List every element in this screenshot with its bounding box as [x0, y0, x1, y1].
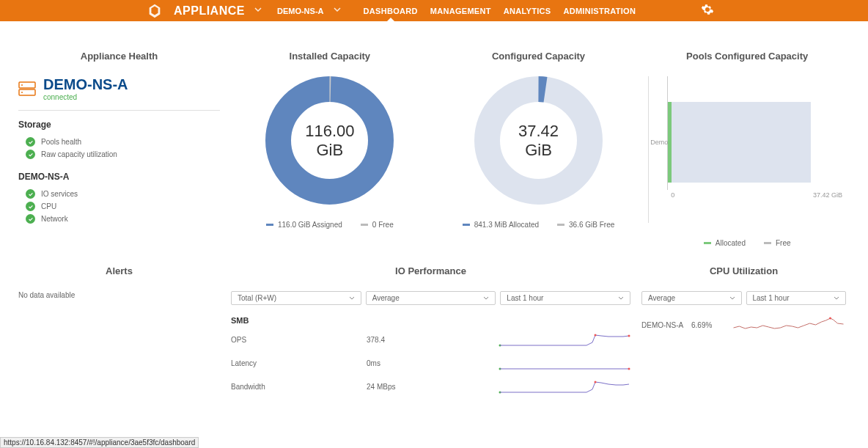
- pools-x-min: 0: [671, 191, 674, 199]
- appliance-health-title: Appliance Health: [18, 51, 220, 62]
- svg-point-9: [628, 335, 630, 337]
- check-icon: [26, 150, 35, 159]
- installed-capacity-value: 116.00 GiB: [298, 122, 362, 160]
- io-select-time[interactable]: Last 1 hour: [500, 291, 630, 305]
- legend-pools-allocated: Allocated: [704, 239, 746, 247]
- nav-management[interactable]: MANAGEMENT: [430, 1, 491, 21]
- installed-capacity-title: Installed Capacity: [231, 51, 429, 62]
- pools-x-max: 37.42 GiB: [813, 191, 842, 199]
- nav-administration[interactable]: ADMINISTRATION: [563, 1, 636, 21]
- latency-sparkline: [499, 356, 630, 370]
- configured-capacity-chart: 37.42 GiB: [474, 76, 603, 205]
- chevron-down-icon: [729, 295, 735, 301]
- check-icon: [26, 214, 35, 224]
- storage-header: Storage: [18, 120, 220, 130]
- io-performance-title: IO Performance: [231, 265, 630, 276]
- device-dropdown-icon[interactable]: [333, 5, 342, 16]
- device-label: DEMO-NS-A: [277, 7, 324, 15]
- ops-sparkline: [499, 332, 630, 347]
- alerts-no-data: No data available: [18, 291, 220, 299]
- pools-capacity-title: Pools Configured Capacity: [648, 51, 846, 62]
- legend-assigned: 116.0 GiB Assigned: [266, 221, 342, 229]
- brand-logo-icon: [147, 3, 163, 19]
- configured-capacity-title: Configured Capacity: [440, 51, 638, 62]
- node-header: DEMO-NS-A: [18, 172, 220, 182]
- appliance-status: connected: [43, 93, 128, 101]
- io-row-ops: OPS 378.4: [231, 332, 630, 347]
- io-select-total[interactable]: Total (R+W): [231, 291, 361, 305]
- legend-free: 36.6 GiB Free: [557, 221, 614, 229]
- installed-capacity-chart: 116.00 GiB: [265, 76, 394, 205]
- pools-y-label: Demo: [650, 139, 668, 146]
- cpu-select-avg[interactable]: Average: [641, 291, 742, 305]
- legend-free: 0 Free: [361, 221, 394, 229]
- alerts-title: Alerts: [18, 265, 220, 276]
- svg-point-13: [595, 381, 597, 383]
- health-cpu: CPU: [18, 200, 220, 213]
- svg-point-3: [21, 92, 23, 93]
- brand-label: APPLIANCE: [174, 4, 245, 18]
- check-icon: [26, 137, 35, 147]
- appliance-icon: [18, 81, 36, 97]
- legend-allocated: 841.3 MiB Allocated: [463, 221, 539, 229]
- check-icon: [26, 189, 35, 199]
- nav-analytics[interactable]: ANALYTICS: [504, 1, 551, 21]
- health-pools: Pools health: [18, 136, 220, 148]
- io-row-bandwidth: Bandwidth 24 MBps: [231, 379, 630, 394]
- io-row-latency: Latency 0ms: [231, 356, 630, 370]
- nav-dashboard[interactable]: DASHBOARD: [364, 1, 418, 21]
- chevron-down-icon: [834, 295, 839, 301]
- io-select-avg[interactable]: Average: [366, 291, 496, 305]
- pools-capacity-chart: Demo 0 37.42 GiB: [648, 76, 846, 223]
- appliance-name[interactable]: DEMO-NS-A: [43, 76, 128, 93]
- health-network: Network: [18, 213, 220, 225]
- legend-pools-free: Free: [764, 239, 791, 247]
- svg-point-14: [829, 317, 831, 320]
- io-category-smb: SMB: [231, 316, 630, 325]
- chevron-down-icon: [349, 295, 355, 301]
- svg-point-2: [21, 84, 23, 86]
- appliance-dropdown-icon[interactable]: [254, 5, 262, 16]
- chevron-down-icon: [618, 295, 624, 301]
- cpu-select-time[interactable]: Last 1 hour: [746, 291, 847, 305]
- svg-point-11: [628, 368, 630, 370]
- check-icon: [26, 202, 35, 211]
- svg-point-8: [595, 334, 597, 337]
- cpu-sparkline: [732, 316, 846, 334]
- health-io-services: IO services: [18, 188, 220, 200]
- configured-capacity-value: 37.42 GiB: [507, 122, 571, 160]
- bandwidth-sparkline: [499, 379, 630, 394]
- cpu-utilization-title: CPU Utilization: [641, 265, 846, 276]
- cpu-row: DEMO-NS-A 6.69%: [641, 316, 846, 334]
- chevron-down-icon: [483, 295, 489, 301]
- gear-icon[interactable]: [701, 3, 714, 18]
- health-raw-capacity: Raw capacity utilization: [18, 148, 220, 161]
